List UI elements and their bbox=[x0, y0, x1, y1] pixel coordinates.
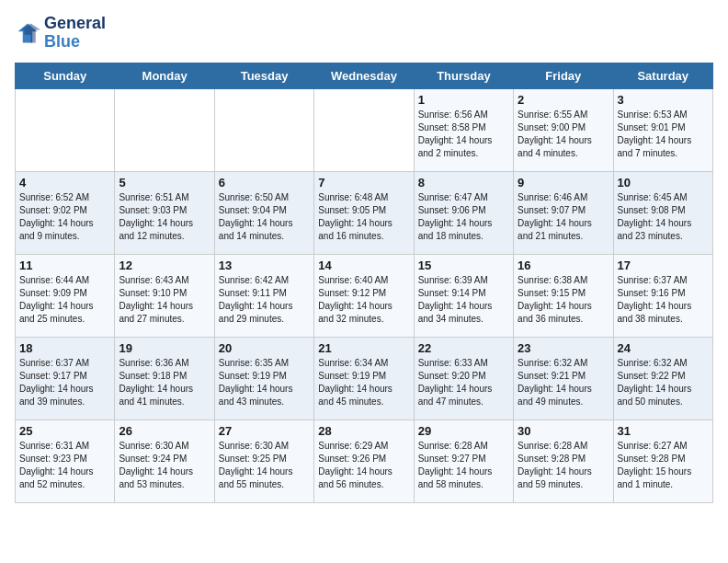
calendar-cell: 21Sunrise: 6:34 AM Sunset: 9:19 PM Dayli… bbox=[314, 337, 414, 419]
weekday-header-cell: Tuesday bbox=[214, 63, 313, 88]
day-number: 11 bbox=[19, 259, 110, 272]
calendar-cell: 2Sunrise: 6:55 AM Sunset: 9:00 PM Daylig… bbox=[514, 88, 613, 171]
day-number: 4 bbox=[19, 176, 110, 190]
calendar-cell: 14Sunrise: 6:40 AM Sunset: 9:12 PM Dayli… bbox=[314, 254, 414, 337]
day-number: 23 bbox=[518, 341, 609, 355]
day-info: Sunrise: 6:30 AM Sunset: 9:24 PM Dayligh… bbox=[119, 440, 210, 491]
day-info: Sunrise: 6:56 AM Sunset: 8:58 PM Dayligh… bbox=[418, 109, 509, 160]
calendar-cell: 5Sunrise: 6:51 AM Sunset: 9:03 PM Daylig… bbox=[115, 171, 214, 254]
day-number: 19 bbox=[119, 341, 210, 355]
calendar-cell: 10Sunrise: 6:45 AM Sunset: 9:08 PM Dayli… bbox=[613, 171, 712, 254]
calendar-cell: 4Sunrise: 6:52 AM Sunset: 9:02 PM Daylig… bbox=[16, 171, 115, 254]
day-number: 24 bbox=[618, 341, 709, 355]
weekday-header-cell: Saturday bbox=[613, 63, 712, 88]
calendar-cell: 13Sunrise: 6:42 AM Sunset: 9:11 PM Dayli… bbox=[214, 254, 313, 337]
calendar-cell: 15Sunrise: 6:39 AM Sunset: 9:14 PM Dayli… bbox=[414, 254, 513, 337]
day-number: 18 bbox=[19, 341, 110, 355]
weekday-header-cell: Monday bbox=[115, 63, 214, 88]
logo-icon bbox=[15, 20, 40, 46]
day-number: 8 bbox=[418, 176, 509, 190]
calendar-cell bbox=[214, 88, 313, 171]
day-number: 2 bbox=[518, 93, 609, 107]
day-number: 31 bbox=[618, 424, 709, 438]
day-info: Sunrise: 6:40 AM Sunset: 9:12 PM Dayligh… bbox=[318, 274, 409, 326]
calendar-cell: 16Sunrise: 6:38 AM Sunset: 9:15 PM Dayli… bbox=[514, 254, 613, 337]
day-info: Sunrise: 6:48 AM Sunset: 9:05 PM Dayligh… bbox=[318, 191, 409, 243]
day-number: 29 bbox=[418, 424, 509, 438]
calendar-cell: 17Sunrise: 6:37 AM Sunset: 9:16 PM Dayli… bbox=[613, 254, 712, 337]
calendar-cell: 27Sunrise: 6:30 AM Sunset: 9:25 PM Dayli… bbox=[214, 419, 313, 502]
calendar-table: SundayMondayTuesdayWednesdayThursdayFrid… bbox=[15, 63, 713, 503]
calendar-week-row: 1Sunrise: 6:56 AM Sunset: 8:58 PM Daylig… bbox=[16, 88, 713, 171]
day-info: Sunrise: 6:29 AM Sunset: 9:26 PM Dayligh… bbox=[318, 440, 409, 491]
day-number: 25 bbox=[19, 424, 110, 438]
calendar-cell: 24Sunrise: 6:32 AM Sunset: 9:22 PM Dayli… bbox=[613, 337, 712, 419]
calendar-cell: 12Sunrise: 6:43 AM Sunset: 9:10 PM Dayli… bbox=[115, 254, 214, 337]
weekday-header-cell: Wednesday bbox=[314, 63, 414, 88]
day-info: Sunrise: 6:53 AM Sunset: 9:01 PM Dayligh… bbox=[618, 109, 709, 160]
day-number: 30 bbox=[518, 424, 609, 438]
day-info: Sunrise: 6:28 AM Sunset: 9:28 PM Dayligh… bbox=[518, 440, 609, 491]
calendar-week-row: 25Sunrise: 6:31 AM Sunset: 9:23 PM Dayli… bbox=[16, 419, 713, 502]
calendar-cell: 8Sunrise: 6:47 AM Sunset: 9:06 PM Daylig… bbox=[414, 171, 513, 254]
weekday-header-cell: Sunday bbox=[16, 63, 115, 88]
calendar-cell: 18Sunrise: 6:37 AM Sunset: 9:17 PM Dayli… bbox=[16, 337, 115, 419]
day-info: Sunrise: 6:44 AM Sunset: 9:09 PM Dayligh… bbox=[19, 274, 110, 326]
calendar-cell: 31Sunrise: 6:27 AM Sunset: 9:28 PM Dayli… bbox=[613, 419, 712, 502]
calendar-week-row: 11Sunrise: 6:44 AM Sunset: 9:09 PM Dayli… bbox=[16, 254, 713, 337]
weekday-header-row: SundayMondayTuesdayWednesdayThursdayFrid… bbox=[16, 63, 713, 88]
day-number: 10 bbox=[618, 176, 709, 190]
calendar-cell: 29Sunrise: 6:28 AM Sunset: 9:27 PM Dayli… bbox=[414, 419, 513, 502]
day-number: 17 bbox=[618, 259, 709, 272]
day-info: Sunrise: 6:30 AM Sunset: 9:25 PM Dayligh… bbox=[219, 440, 310, 491]
day-info: Sunrise: 6:37 AM Sunset: 9:16 PM Dayligh… bbox=[618, 274, 709, 326]
day-number: 22 bbox=[418, 341, 509, 355]
calendar-body: 1Sunrise: 6:56 AM Sunset: 8:58 PM Daylig… bbox=[16, 88, 713, 502]
day-info: Sunrise: 6:31 AM Sunset: 9:23 PM Dayligh… bbox=[19, 440, 110, 491]
logo: General Blue bbox=[15, 15, 106, 52]
day-info: Sunrise: 6:27 AM Sunset: 9:28 PM Dayligh… bbox=[618, 440, 709, 491]
day-number: 12 bbox=[119, 259, 210, 272]
day-info: Sunrise: 6:42 AM Sunset: 9:11 PM Dayligh… bbox=[219, 274, 310, 326]
weekday-header-cell: Friday bbox=[514, 63, 613, 88]
day-info: Sunrise: 6:33 AM Sunset: 9:20 PM Dayligh… bbox=[418, 357, 509, 408]
page-header: General Blue bbox=[15, 15, 713, 52]
calendar-cell: 26Sunrise: 6:30 AM Sunset: 9:24 PM Dayli… bbox=[115, 419, 214, 502]
day-info: Sunrise: 6:36 AM Sunset: 9:18 PM Dayligh… bbox=[119, 357, 210, 408]
day-info: Sunrise: 6:32 AM Sunset: 9:21 PM Dayligh… bbox=[518, 357, 609, 408]
logo-text: General Blue bbox=[44, 15, 106, 52]
day-number: 28 bbox=[318, 424, 409, 438]
weekday-header-cell: Thursday bbox=[414, 63, 513, 88]
day-info: Sunrise: 6:46 AM Sunset: 9:07 PM Dayligh… bbox=[518, 191, 609, 243]
day-number: 16 bbox=[518, 259, 609, 272]
day-number: 9 bbox=[518, 176, 609, 190]
calendar-cell bbox=[16, 88, 115, 171]
day-number: 1 bbox=[418, 93, 509, 107]
calendar-cell: 30Sunrise: 6:28 AM Sunset: 9:28 PM Dayli… bbox=[514, 419, 613, 502]
day-info: Sunrise: 6:35 AM Sunset: 9:19 PM Dayligh… bbox=[219, 357, 310, 408]
calendar-cell: 22Sunrise: 6:33 AM Sunset: 9:20 PM Dayli… bbox=[414, 337, 513, 419]
day-info: Sunrise: 6:39 AM Sunset: 9:14 PM Dayligh… bbox=[418, 274, 509, 326]
calendar-cell: 28Sunrise: 6:29 AM Sunset: 9:26 PM Dayli… bbox=[314, 419, 414, 502]
calendar-cell bbox=[314, 88, 414, 171]
day-info: Sunrise: 6:55 AM Sunset: 9:00 PM Dayligh… bbox=[518, 109, 609, 160]
day-number: 21 bbox=[318, 341, 409, 355]
day-info: Sunrise: 6:47 AM Sunset: 9:06 PM Dayligh… bbox=[418, 191, 509, 243]
day-number: 20 bbox=[219, 341, 310, 355]
day-number: 14 bbox=[318, 259, 409, 272]
day-info: Sunrise: 6:37 AM Sunset: 9:17 PM Dayligh… bbox=[19, 357, 110, 408]
day-number: 13 bbox=[219, 259, 310, 272]
day-number: 5 bbox=[119, 176, 210, 190]
calendar-cell: 1Sunrise: 6:56 AM Sunset: 8:58 PM Daylig… bbox=[414, 88, 513, 171]
day-number: 7 bbox=[318, 176, 409, 190]
day-info: Sunrise: 6:50 AM Sunset: 9:04 PM Dayligh… bbox=[219, 191, 310, 243]
calendar-cell: 25Sunrise: 6:31 AM Sunset: 9:23 PM Dayli… bbox=[16, 419, 115, 502]
day-number: 15 bbox=[418, 259, 509, 272]
calendar-cell: 9Sunrise: 6:46 AM Sunset: 9:07 PM Daylig… bbox=[514, 171, 613, 254]
day-info: Sunrise: 6:45 AM Sunset: 9:08 PM Dayligh… bbox=[618, 191, 709, 243]
calendar-week-row: 4Sunrise: 6:52 AM Sunset: 9:02 PM Daylig… bbox=[16, 171, 713, 254]
day-info: Sunrise: 6:51 AM Sunset: 9:03 PM Dayligh… bbox=[119, 191, 210, 243]
calendar-header: SundayMondayTuesdayWednesdayThursdayFrid… bbox=[16, 63, 713, 88]
day-info: Sunrise: 6:43 AM Sunset: 9:10 PM Dayligh… bbox=[119, 274, 210, 326]
calendar-cell: 7Sunrise: 6:48 AM Sunset: 9:05 PM Daylig… bbox=[314, 171, 414, 254]
